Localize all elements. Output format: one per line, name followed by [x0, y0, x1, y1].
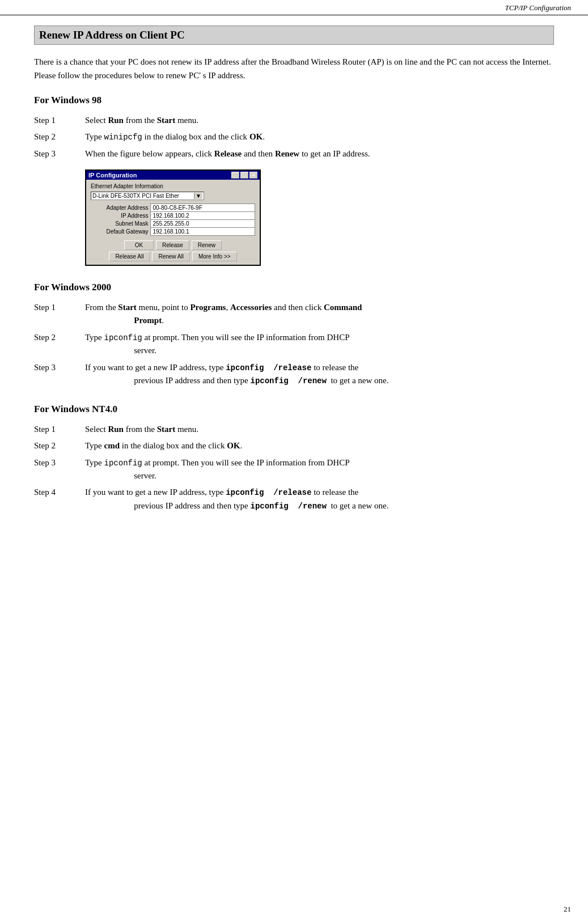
main-section-title: Renew IP Address on Client PC — [34, 26, 554, 45]
step-item: Step 1 Select Run from the Start menu. — [34, 114, 554, 127]
page-number: 21 — [564, 905, 571, 914]
step-text: Type winipcfg in the dialog box and the … — [85, 130, 554, 144]
ip-buttons-row2: Release All Renew All More Info >> — [91, 252, 255, 261]
windows2000-section: For Windows 2000 Step 1 From the Start m… — [34, 282, 554, 388]
ip-buttons-row1: OK Release Renew — [91, 240, 255, 250]
windows2000-title: For Windows 2000 — [34, 282, 554, 293]
close-button[interactable]: × — [249, 172, 257, 179]
step-label: Step 2 — [34, 130, 85, 144]
ip-config-title: IP Configuration — [88, 172, 137, 179]
step-label: Step 1 — [34, 114, 85, 127]
field-value: 192.168.100.2 — [150, 212, 255, 220]
step-text: Type cmd in the dialog box and the click… — [85, 439, 554, 452]
step-text: If you want to get a new IP address, typ… — [85, 486, 554, 512]
ip-config-titlebar: IP Configuration _ □ × — [86, 171, 260, 180]
step-item: Step 3 If you want to get a new IP addre… — [34, 361, 554, 388]
windows98-steps: Step 1 Select Run from the Start menu. S… — [34, 114, 554, 160]
step-item: Step 2 Type cmd in the dialog box and th… — [34, 439, 554, 452]
maximize-button[interactable]: □ — [240, 172, 248, 179]
field-label: Subnet Mask — [91, 220, 150, 228]
field-label: IP Address — [91, 212, 150, 220]
windowsnt-title: For Windows NT4.0 — [34, 404, 554, 415]
field-label: Adapter Address — [91, 204, 150, 212]
step-label: Step 3 — [34, 147, 85, 160]
field-value: 192.168.100.1 — [150, 228, 255, 236]
intro-text: There is a chance that your PC does not … — [34, 55, 554, 82]
group-label: Ethernet Adapter Information — [91, 183, 255, 189]
step-label: Step 4 — [34, 486, 85, 512]
step-text: Type ipconfig at prompt. Then you will s… — [85, 331, 554, 358]
step-text: From the Start menu, point to Programs, … — [85, 301, 554, 328]
adapter-dropdown-value: D-Link DFE-530TX PCI Fast Ether — [92, 193, 179, 199]
step-label: Step 1 — [34, 423, 85, 436]
step-text: When the figure below appears, click Rel… — [85, 147, 554, 160]
field-label: Default Gateway — [91, 228, 150, 236]
more-info-button[interactable]: More Info >> — [192, 252, 237, 261]
table-row: Subnet Mask 255.255.255.0 — [91, 220, 255, 228]
table-row: IP Address 192.168.100.2 — [91, 212, 255, 220]
dropdown-arrow-icon: ▼ — [194, 193, 202, 199]
renew-all-button[interactable]: Renew All — [152, 252, 189, 261]
table-row: Default Gateway 192.168.100.1 — [91, 228, 255, 236]
titlebar-controls: _ □ × — [231, 172, 257, 179]
minimize-button[interactable]: _ — [231, 172, 239, 179]
step-text: Type ipconfig at prompt. Then you will s… — [85, 456, 554, 483]
ip-fields-table: Adapter Address 00-80-C8-EF-76-9F IP Add… — [91, 204, 255, 236]
step-label: Step 3 — [34, 361, 85, 388]
step-item: Step 3 Type ipconfig at prompt. Then you… — [34, 456, 554, 483]
step-label: Step 3 — [34, 456, 85, 483]
windows2000-steps: Step 1 From the Start menu, point to Pro… — [34, 301, 554, 388]
field-value: 255.255.255.0 — [150, 220, 255, 228]
page-header: TCP/IP Configuration — [0, 0, 588, 15]
windows98-title: For Windows 98 — [34, 95, 554, 106]
step-label: Step 2 — [34, 439, 85, 452]
windowsnt-section: For Windows NT4.0 Step 1 Select Run from… — [34, 404, 554, 513]
step-item: Step 2 Type ipconfig at prompt. Then you… — [34, 331, 554, 358]
ip-config-window: IP Configuration _ □ × Ethernet Adapter … — [85, 169, 261, 266]
step-label: Step 2 — [34, 331, 85, 358]
header-title: TCP/IP Configuration — [505, 3, 571, 12]
ip-config-body: Ethernet Adapter Information D-Link DFE-… — [86, 180, 260, 265]
step-text: If you want to get a new IP address, typ… — [85, 361, 554, 388]
step-item: Step 2 Type winipcfg in the dialog box a… — [34, 130, 554, 144]
ok-button[interactable]: OK — [124, 240, 154, 250]
step-item: Step 1 From the Start menu, point to Pro… — [34, 301, 554, 328]
table-row: Adapter Address 00-80-C8-EF-76-9F — [91, 204, 255, 212]
step-text: Select Run from the Start menu. — [85, 114, 554, 127]
step-item: Step 1 Select Run from the Start menu. — [34, 423, 554, 436]
step-label: Step 1 — [34, 301, 85, 328]
step-item: Step 4 If you want to get a new IP addre… — [34, 486, 554, 512]
adapter-dropdown[interactable]: D-Link DFE-530TX PCI Fast Ether ▼ — [91, 192, 204, 200]
renew-button[interactable]: Renew — [192, 240, 222, 250]
adapter-dropdown-row: D-Link DFE-530TX PCI Fast Ether ▼ — [91, 192, 255, 200]
page-content: Renew IP Address on Client PC There is a… — [0, 15, 588, 545]
step-item: Step 3 When the figure below appears, cl… — [34, 147, 554, 160]
release-all-button[interactable]: Release All — [109, 252, 150, 261]
release-button[interactable]: Release — [156, 240, 189, 250]
step-text: Select Run from the Start menu. — [85, 423, 554, 436]
windowsnt-steps: Step 1 Select Run from the Start menu. S… — [34, 423, 554, 513]
field-value: 00-80-C8-EF-76-9F — [150, 204, 255, 212]
